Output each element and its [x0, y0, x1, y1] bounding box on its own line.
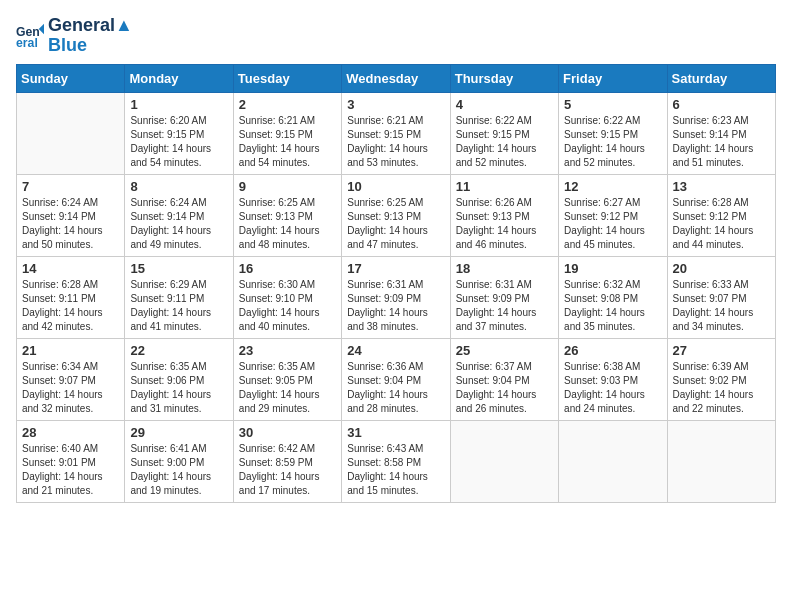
calendar-cell: 16Sunrise: 6:30 AM Sunset: 9:10 PM Dayli…	[233, 256, 341, 338]
day-number: 31	[347, 425, 444, 440]
day-info: Sunrise: 6:22 AM Sunset: 9:15 PM Dayligh…	[456, 114, 553, 170]
calendar-week-row: 14Sunrise: 6:28 AM Sunset: 9:11 PM Dayli…	[17, 256, 776, 338]
calendar-week-row: 28Sunrise: 6:40 AM Sunset: 9:01 PM Dayli…	[17, 420, 776, 502]
day-info: Sunrise: 6:28 AM Sunset: 9:12 PM Dayligh…	[673, 196, 770, 252]
calendar-week-row: 7Sunrise: 6:24 AM Sunset: 9:14 PM Daylig…	[17, 174, 776, 256]
calendar-cell: 26Sunrise: 6:38 AM Sunset: 9:03 PM Dayli…	[559, 338, 667, 420]
day-info: Sunrise: 6:40 AM Sunset: 9:01 PM Dayligh…	[22, 442, 119, 498]
day-number: 23	[239, 343, 336, 358]
day-info: Sunrise: 6:35 AM Sunset: 9:06 PM Dayligh…	[130, 360, 227, 416]
day-number: 19	[564, 261, 661, 276]
calendar-cell	[17, 92, 125, 174]
calendar-cell: 10Sunrise: 6:25 AM Sunset: 9:13 PM Dayli…	[342, 174, 450, 256]
day-number: 7	[22, 179, 119, 194]
day-number: 26	[564, 343, 661, 358]
logo: Gen eral General▲ Blue	[16, 16, 133, 56]
day-info: Sunrise: 6:41 AM Sunset: 9:00 PM Dayligh…	[130, 442, 227, 498]
day-info: Sunrise: 6:37 AM Sunset: 9:04 PM Dayligh…	[456, 360, 553, 416]
calendar-cell	[667, 420, 775, 502]
day-info: Sunrise: 6:35 AM Sunset: 9:05 PM Dayligh…	[239, 360, 336, 416]
calendar-cell: 17Sunrise: 6:31 AM Sunset: 9:09 PM Dayli…	[342, 256, 450, 338]
calendar-header-row: SundayMondayTuesdayWednesdayThursdayFrid…	[17, 64, 776, 92]
day-number: 11	[456, 179, 553, 194]
day-info: Sunrise: 6:21 AM Sunset: 9:15 PM Dayligh…	[347, 114, 444, 170]
day-number: 28	[22, 425, 119, 440]
calendar-cell: 27Sunrise: 6:39 AM Sunset: 9:02 PM Dayli…	[667, 338, 775, 420]
day-number: 15	[130, 261, 227, 276]
calendar-cell: 9Sunrise: 6:25 AM Sunset: 9:13 PM Daylig…	[233, 174, 341, 256]
day-info: Sunrise: 6:25 AM Sunset: 9:13 PM Dayligh…	[239, 196, 336, 252]
calendar-cell	[559, 420, 667, 502]
calendar-header-friday: Friday	[559, 64, 667, 92]
day-info: Sunrise: 6:36 AM Sunset: 9:04 PM Dayligh…	[347, 360, 444, 416]
day-number: 29	[130, 425, 227, 440]
day-info: Sunrise: 6:42 AM Sunset: 8:59 PM Dayligh…	[239, 442, 336, 498]
day-info: Sunrise: 6:28 AM Sunset: 9:11 PM Dayligh…	[22, 278, 119, 334]
calendar-week-row: 1Sunrise: 6:20 AM Sunset: 9:15 PM Daylig…	[17, 92, 776, 174]
calendar-cell: 25Sunrise: 6:37 AM Sunset: 9:04 PM Dayli…	[450, 338, 558, 420]
day-info: Sunrise: 6:33 AM Sunset: 9:07 PM Dayligh…	[673, 278, 770, 334]
day-number: 10	[347, 179, 444, 194]
day-number: 20	[673, 261, 770, 276]
day-info: Sunrise: 6:31 AM Sunset: 9:09 PM Dayligh…	[347, 278, 444, 334]
calendar-cell: 29Sunrise: 6:41 AM Sunset: 9:00 PM Dayli…	[125, 420, 233, 502]
day-number: 2	[239, 97, 336, 112]
day-number: 12	[564, 179, 661, 194]
day-info: Sunrise: 6:24 AM Sunset: 9:14 PM Dayligh…	[130, 196, 227, 252]
calendar-cell: 19Sunrise: 6:32 AM Sunset: 9:08 PM Dayli…	[559, 256, 667, 338]
calendar-cell: 6Sunrise: 6:23 AM Sunset: 9:14 PM Daylig…	[667, 92, 775, 174]
day-info: Sunrise: 6:25 AM Sunset: 9:13 PM Dayligh…	[347, 196, 444, 252]
day-number: 1	[130, 97, 227, 112]
calendar-cell: 31Sunrise: 6:43 AM Sunset: 8:58 PM Dayli…	[342, 420, 450, 502]
day-info: Sunrise: 6:27 AM Sunset: 9:12 PM Dayligh…	[564, 196, 661, 252]
calendar-cell: 3Sunrise: 6:21 AM Sunset: 9:15 PM Daylig…	[342, 92, 450, 174]
day-number: 13	[673, 179, 770, 194]
day-number: 21	[22, 343, 119, 358]
calendar-cell: 21Sunrise: 6:34 AM Sunset: 9:07 PM Dayli…	[17, 338, 125, 420]
day-number: 3	[347, 97, 444, 112]
day-number: 24	[347, 343, 444, 358]
day-info: Sunrise: 6:31 AM Sunset: 9:09 PM Dayligh…	[456, 278, 553, 334]
day-info: Sunrise: 6:23 AM Sunset: 9:14 PM Dayligh…	[673, 114, 770, 170]
day-info: Sunrise: 6:32 AM Sunset: 9:08 PM Dayligh…	[564, 278, 661, 334]
page-header: Gen eral General▲ Blue	[16, 16, 776, 56]
day-number: 22	[130, 343, 227, 358]
day-info: Sunrise: 6:29 AM Sunset: 9:11 PM Dayligh…	[130, 278, 227, 334]
day-number: 8	[130, 179, 227, 194]
day-info: Sunrise: 6:20 AM Sunset: 9:15 PM Dayligh…	[130, 114, 227, 170]
svg-text:eral: eral	[16, 35, 38, 49]
day-number: 30	[239, 425, 336, 440]
day-info: Sunrise: 6:39 AM Sunset: 9:02 PM Dayligh…	[673, 360, 770, 416]
day-info: Sunrise: 6:21 AM Sunset: 9:15 PM Dayligh…	[239, 114, 336, 170]
day-number: 9	[239, 179, 336, 194]
day-number: 25	[456, 343, 553, 358]
day-number: 18	[456, 261, 553, 276]
calendar-cell: 18Sunrise: 6:31 AM Sunset: 9:09 PM Dayli…	[450, 256, 558, 338]
calendar-cell: 8Sunrise: 6:24 AM Sunset: 9:14 PM Daylig…	[125, 174, 233, 256]
calendar-header-tuesday: Tuesday	[233, 64, 341, 92]
day-number: 4	[456, 97, 553, 112]
calendar-cell: 2Sunrise: 6:21 AM Sunset: 9:15 PM Daylig…	[233, 92, 341, 174]
calendar-cell: 14Sunrise: 6:28 AM Sunset: 9:11 PM Dayli…	[17, 256, 125, 338]
day-number: 6	[673, 97, 770, 112]
day-number: 16	[239, 261, 336, 276]
calendar-cell: 11Sunrise: 6:26 AM Sunset: 9:13 PM Dayli…	[450, 174, 558, 256]
day-info: Sunrise: 6:38 AM Sunset: 9:03 PM Dayligh…	[564, 360, 661, 416]
calendar-cell: 28Sunrise: 6:40 AM Sunset: 9:01 PM Dayli…	[17, 420, 125, 502]
calendar-header-thursday: Thursday	[450, 64, 558, 92]
day-number: 14	[22, 261, 119, 276]
logo-icon: Gen eral	[16, 22, 44, 50]
logo-text: General▲ Blue	[48, 16, 133, 56]
calendar-week-row: 21Sunrise: 6:34 AM Sunset: 9:07 PM Dayli…	[17, 338, 776, 420]
calendar-header-saturday: Saturday	[667, 64, 775, 92]
day-number: 17	[347, 261, 444, 276]
day-info: Sunrise: 6:24 AM Sunset: 9:14 PM Dayligh…	[22, 196, 119, 252]
calendar-cell: 24Sunrise: 6:36 AM Sunset: 9:04 PM Dayli…	[342, 338, 450, 420]
calendar-cell: 23Sunrise: 6:35 AM Sunset: 9:05 PM Dayli…	[233, 338, 341, 420]
day-number: 27	[673, 343, 770, 358]
calendar-header-monday: Monday	[125, 64, 233, 92]
calendar-cell: 30Sunrise: 6:42 AM Sunset: 8:59 PM Dayli…	[233, 420, 341, 502]
calendar-cell: 13Sunrise: 6:28 AM Sunset: 9:12 PM Dayli…	[667, 174, 775, 256]
day-info: Sunrise: 6:22 AM Sunset: 9:15 PM Dayligh…	[564, 114, 661, 170]
calendar-cell: 7Sunrise: 6:24 AM Sunset: 9:14 PM Daylig…	[17, 174, 125, 256]
